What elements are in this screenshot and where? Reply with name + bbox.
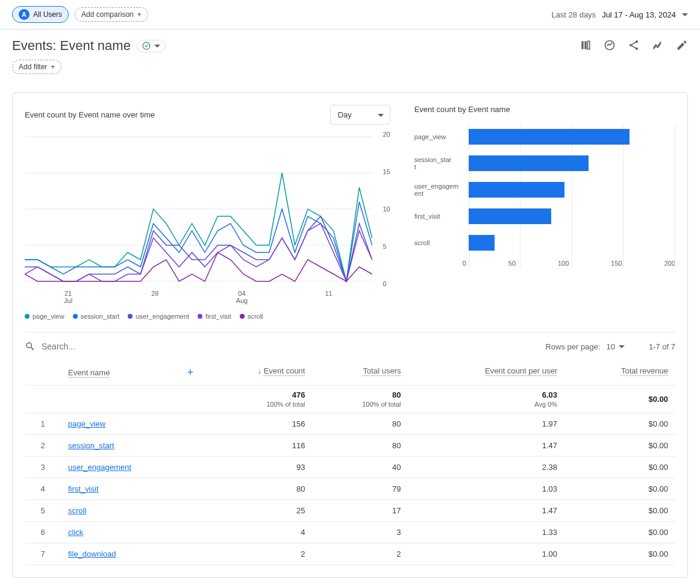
- table-row[interactable]: 5scroll25171.47$0.00: [25, 500, 675, 522]
- share-icon[interactable]: [628, 39, 640, 53]
- event-link[interactable]: page_view: [68, 419, 105, 428]
- table-row[interactable]: 1page_view156801.97$0.00: [25, 413, 675, 435]
- check-circle-icon: [142, 42, 151, 50]
- event-link[interactable]: session_start: [68, 441, 114, 450]
- segment-letter: A: [19, 9, 30, 20]
- col-event-count[interactable]: Event count: [264, 366, 305, 375]
- bar-row[interactable]: user_engagement: [414, 177, 675, 203]
- trend-icon[interactable]: [652, 39, 664, 53]
- legend-item[interactable]: session_start: [73, 313, 120, 320]
- plus-icon: +: [137, 10, 142, 19]
- status-pill[interactable]: [137, 40, 166, 52]
- filter-bar: Add filter +: [0, 57, 700, 83]
- add-comparison-button[interactable]: Add comparison +: [75, 7, 148, 22]
- search-input[interactable]: [42, 342, 538, 351]
- add-filter-button[interactable]: Add filter +: [12, 60, 61, 74]
- title-bar: Events: Event name: [0, 30, 700, 57]
- top-bar: A All Users Add comparison + Last 28 day…: [0, 0, 700, 30]
- col-event-name[interactable]: Event name: [68, 368, 110, 377]
- bar-chart-title: Event count by Event name: [414, 105, 675, 114]
- svg-point-0: [143, 42, 150, 49]
- line-chart[interactable]: [25, 131, 372, 287]
- line-chart-title: Event count by Event name over time: [25, 110, 155, 119]
- svg-rect-2: [584, 41, 586, 49]
- event-link[interactable]: user_engagement: [68, 463, 131, 472]
- table-row[interactable]: 7file_download221.00$0.00: [25, 543, 675, 565]
- col-count-per-user[interactable]: Event count per user: [485, 366, 557, 375]
- search-icon: [25, 341, 36, 352]
- svg-rect-3: [587, 41, 589, 49]
- bar-row[interactable]: page_view: [414, 124, 675, 150]
- col-total-revenue[interactable]: Total revenue: [621, 366, 668, 375]
- chevron-down-icon: [682, 13, 688, 19]
- chevron-down-icon: [154, 45, 160, 51]
- legend-item[interactable]: scroll: [240, 313, 263, 320]
- chevron-down-icon: [619, 345, 625, 351]
- granularity-select[interactable]: Day: [330, 105, 390, 125]
- bar-chart[interactable]: page_viewsession_startuser_engagementfir…: [414, 124, 675, 280]
- date-range-picker[interactable]: Last 28 days Jul 17 - Aug 13, 2024: [551, 10, 688, 19]
- segment-label: All Users: [33, 10, 62, 19]
- table-row[interactable]: 4first_visit80791.03$0.00: [25, 478, 675, 500]
- table-row[interactable]: 3user_engagement93402.38$0.00: [25, 457, 675, 478]
- col-total-users[interactable]: Total users: [363, 366, 401, 375]
- edit-icon[interactable]: [676, 39, 688, 53]
- line-legend: page_viewsession_startuser_engagementfir…: [25, 313, 390, 320]
- report-card: Event count by Event name over time Day …: [12, 92, 688, 578]
- event-link[interactable]: scroll: [68, 506, 86, 515]
- totals-row: 476100% of total 80100% of total 6.03Avg…: [25, 386, 675, 413]
- events-table: Event name+ Event count Total users Even…: [25, 360, 675, 565]
- svg-rect-1: [581, 41, 583, 49]
- table-row[interactable]: 2session_start116801.47$0.00: [25, 435, 675, 457]
- bar-chart-panel: Event count by Event name page_viewsessi…: [414, 105, 675, 320]
- bar-row[interactable]: scroll: [414, 230, 675, 256]
- toolbar: [580, 39, 688, 53]
- legend-item[interactable]: first_visit: [198, 313, 231, 320]
- bar-row[interactable]: first_visit: [414, 203, 675, 230]
- table-controls: Rows per page: 10 1-7 of 7: [25, 333, 675, 360]
- add-dimension-button[interactable]: +: [187, 366, 194, 379]
- event-link[interactable]: first_visit: [68, 484, 99, 493]
- bar-xaxis: 050100150200: [463, 256, 675, 267]
- page-title: Events: Event name: [12, 38, 131, 54]
- legend-item[interactable]: page_view: [25, 313, 64, 320]
- legend-item[interactable]: user_engagement: [128, 313, 189, 320]
- insights-icon[interactable]: [604, 39, 616, 53]
- rows-per-page-label: Rows per page:: [545, 342, 600, 351]
- plus-icon: +: [51, 63, 55, 71]
- event-link[interactable]: file_download: [68, 549, 116, 558]
- line-xaxis: 21Jul2804Aug11: [25, 287, 390, 304]
- pagination-range: 1-7 of 7: [649, 342, 675, 351]
- segment-pill[interactable]: A All Users: [12, 6, 69, 23]
- event-link[interactable]: click: [68, 528, 83, 537]
- table-row[interactable]: 6click431.33$0.00: [25, 522, 675, 543]
- rows-per-page-select[interactable]: 10: [606, 342, 624, 351]
- bar-row[interactable]: session_start: [414, 150, 675, 177]
- customize-icon[interactable]: [580, 39, 592, 53]
- line-yaxis: 20151050: [379, 131, 390, 287]
- line-chart-panel: Event count by Event name over time Day …: [25, 105, 390, 320]
